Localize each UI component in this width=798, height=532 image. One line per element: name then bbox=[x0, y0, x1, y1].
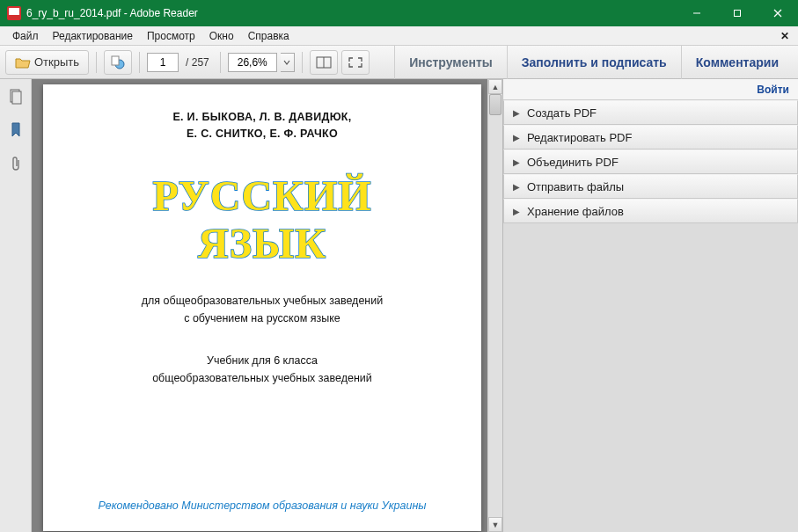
chevron-right-icon: ▶ bbox=[513, 133, 520, 142]
panel-item-label: Отправить файлы bbox=[527, 180, 624, 193]
chevron-right-icon: ▶ bbox=[513, 108, 520, 118]
zoom-dropdown[interactable] bbox=[281, 53, 295, 72]
svg-rect-1 bbox=[735, 11, 741, 17]
separator bbox=[96, 52, 97, 73]
attachments-button[interactable] bbox=[5, 153, 26, 174]
window-titlebar: 6_ry_b_ru_2014.pdf - Adobe Reader bbox=[0, 0, 798, 26]
scroll-up-button[interactable]: ▲ bbox=[488, 79, 502, 94]
subtitle-block-1: для общеобразовательных учебных заведени… bbox=[70, 292, 455, 327]
bookmarks-button[interactable] bbox=[5, 120, 26, 141]
menu-document-close[interactable]: ✕ bbox=[777, 30, 793, 42]
authors-line1: Е. И. БЫКОВА, Л. В. ДАВИДЮК, bbox=[70, 109, 455, 126]
tools-side-panel: Войти ▶ Создать PDF ▶ Редактировать PDF … bbox=[502, 79, 798, 532]
panel-item-label: Объединить PDF bbox=[527, 156, 619, 169]
menubar: Файл Редактирование Просмотр Окно Справк… bbox=[0, 26, 798, 46]
separator bbox=[220, 52, 221, 73]
left-nav-rail bbox=[0, 79, 32, 532]
chevron-right-icon: ▶ bbox=[513, 207, 520, 216]
minimize-icon bbox=[692, 9, 701, 18]
toolbar: Открыть / 257 Инструменты Заполнить и по… bbox=[0, 46, 798, 79]
window-title: 6_ry_b_ru_2014.pdf - Adobe Reader bbox=[26, 7, 677, 19]
svg-rect-9 bbox=[12, 91, 21, 104]
recommended-line: Рекомендовано Министерством образования … bbox=[43, 499, 481, 512]
close-button[interactable] bbox=[758, 0, 798, 26]
separator bbox=[302, 52, 303, 73]
pdf-globe-icon bbox=[110, 55, 126, 70]
menu-file[interactable]: Файл bbox=[5, 28, 46, 44]
maximize-button[interactable] bbox=[717, 0, 758, 26]
zoom-input[interactable] bbox=[228, 53, 277, 72]
scroll-thumb[interactable] bbox=[489, 94, 501, 115]
menu-view[interactable]: Просмотр bbox=[140, 28, 202, 44]
subtitle2a: Учебник для 6 класса bbox=[70, 352, 455, 369]
window-controls bbox=[677, 0, 798, 26]
app-icon bbox=[7, 6, 21, 20]
tab-comments[interactable]: Комментарии bbox=[681, 46, 793, 79]
panel-item-label: Редактировать PDF bbox=[527, 131, 632, 144]
toolbar-panel-tabs: Инструменты Заполнить и подписать Коммен… bbox=[394, 46, 793, 79]
document-scroll-area[interactable]: Е. И. БЫКОВА, Л. В. ДАВИДЮК, Е. С. СНИТК… bbox=[32, 79, 487, 532]
tab-tools[interactable]: Инструменты bbox=[394, 46, 507, 79]
chevron-right-icon: ▶ bbox=[513, 182, 520, 192]
panel-item-create-pdf[interactable]: ▶ Создать PDF bbox=[503, 100, 798, 125]
authors: Е. И. БЫКОВА, Л. В. ДАВИДЮК, Е. С. СНИТК… bbox=[70, 109, 455, 142]
subtitle2b: общеобразовательных учебных заведений bbox=[70, 369, 455, 387]
thumbnails-button[interactable] bbox=[5, 86, 26, 107]
fullscreen-button[interactable] bbox=[341, 50, 370, 75]
panel-item-combine-pdf[interactable]: ▶ Объединить PDF bbox=[503, 149, 798, 174]
bookmark-icon bbox=[10, 122, 22, 138]
chevron-right-icon: ▶ bbox=[513, 157, 520, 167]
open-label: Открыть bbox=[34, 55, 79, 69]
read-mode-button[interactable] bbox=[310, 50, 338, 75]
svg-rect-5 bbox=[112, 56, 119, 65]
main-area: Е. И. БЫКОВА, Л. В. ДАВИДЮК, Е. С. СНИТК… bbox=[0, 79, 798, 532]
close-icon bbox=[773, 9, 782, 18]
menu-help[interactable]: Справка bbox=[241, 28, 297, 44]
panel-item-send-files[interactable]: ▶ Отправить файлы bbox=[503, 174, 798, 199]
folder-open-icon bbox=[15, 56, 31, 69]
page-total: / 257 bbox=[182, 56, 213, 69]
subtitle1a: для общеобразовательных учебных заведени… bbox=[70, 292, 455, 310]
scroll-down-button[interactable]: ▼ bbox=[488, 517, 502, 532]
scroll-track[interactable] bbox=[488, 94, 502, 517]
book-title-line2: ЯЗЫК bbox=[70, 222, 455, 266]
page-thumbnails-icon bbox=[9, 89, 23, 105]
pdf-page: Е. И. БЫКОВА, Л. В. ДАВИДЮК, Е. С. СНИТК… bbox=[43, 84, 481, 531]
tab-fill-sign[interactable]: Заполнить и подписать bbox=[507, 46, 681, 79]
panel-item-file-storage[interactable]: ▶ Хранение файлов bbox=[503, 199, 798, 223]
fullscreen-icon bbox=[348, 56, 363, 69]
login-link[interactable]: Войти bbox=[503, 79, 798, 100]
panel-item-edit-pdf[interactable]: ▶ Редактировать PDF bbox=[503, 125, 798, 149]
subtitle1b: с обучением на русском языке bbox=[70, 310, 455, 327]
page-number-input[interactable] bbox=[147, 53, 179, 72]
maximize-icon bbox=[733, 9, 742, 18]
subtitle-block-2: Учебник для 6 класса общеобразовательных… bbox=[70, 352, 455, 387]
open-button[interactable]: Открыть bbox=[5, 50, 89, 75]
vertical-scrollbar[interactable]: ▲ ▼ bbox=[487, 79, 502, 532]
create-pdf-button[interactable] bbox=[104, 50, 132, 75]
side-panel-empty bbox=[503, 223, 798, 532]
chevron-down-icon bbox=[283, 60, 290, 65]
read-mode-icon bbox=[316, 56, 332, 69]
document-viewer: Е. И. БЫКОВА, Л. В. ДАВИДЮК, Е. С. СНИТК… bbox=[32, 79, 502, 532]
minimize-button[interactable] bbox=[677, 0, 717, 26]
menu-window[interactable]: Окно bbox=[202, 28, 241, 44]
paperclip-icon bbox=[10, 156, 22, 171]
panel-item-label: Хранение файлов bbox=[527, 205, 624, 218]
menu-edit[interactable]: Редактирование bbox=[46, 28, 140, 44]
book-title-line1: РУССКИЙ bbox=[70, 174, 455, 218]
authors-line2: Е. С. СНИТКО, Е. Ф. РАЧКО bbox=[70, 126, 455, 142]
separator bbox=[139, 52, 140, 73]
panel-item-label: Создать PDF bbox=[527, 106, 597, 120]
